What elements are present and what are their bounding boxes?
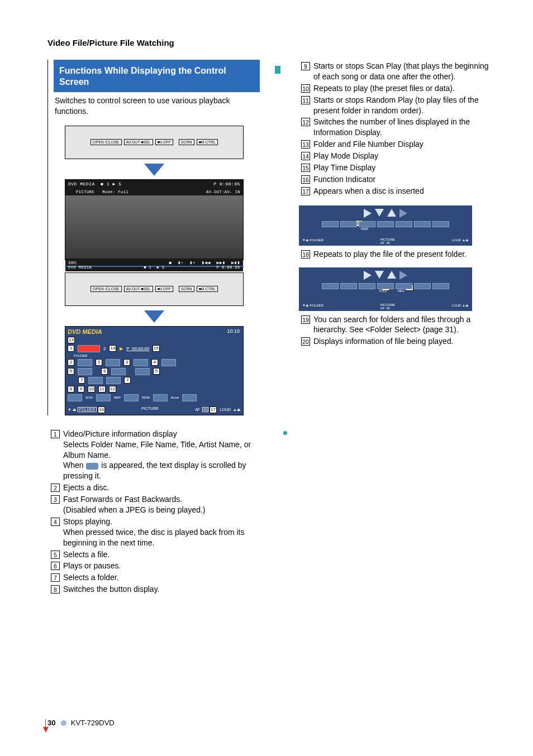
numbered-item: 11Starts or stops Random Play (to play f… [299,95,491,116]
numbered-item: 20Displays information of file being pla… [299,336,491,347]
panel-diagram-top: OPEN /CLOSE AV.OUT ■SEL ■V.OFF SCRN ■M.C… [65,126,244,159]
page-footer: 30 KVT-729DVD [47,719,115,727]
numbered-item: 13Folder and File Number Display [299,139,491,150]
numbered-item: 15Play Time Display [299,162,491,173]
control-screen-diagram: DVD MEDIA 10:10 13 1 2 14 ▶ P 00:00:05 1… [65,326,244,415]
item-number-box: 17 [301,187,310,195]
control-strip-diagram-1: 18 FREP ▼⏏ FOLDER PICTUREAF IN LOUD ▲⏏ [299,205,472,246]
btn-av-out-sel: AV.OUT ■SEL [124,139,153,145]
crop-mark-top [275,66,280,74]
arrow-down-icon [144,164,164,176]
section-title: Video File/Picture File Watching [47,38,491,47]
item-text: Video/Picture information displaySelects… [63,429,260,481]
footer-red-line [45,719,46,727]
item-number-box: 11 [301,96,310,104]
item-text: Selects a folder. [63,572,260,583]
control-strip-diagram-2: 19 20 FOLD INFO ▼⏏ FOLDER PICTUREAF IN L… [299,267,472,311]
item-text: Starts or stops Scan Play (that plays th… [313,61,491,82]
model-label: KVT-729DVD [71,719,115,727]
scroll-icon [86,463,98,470]
item-text: Ejects a disc. [63,482,260,493]
item-text: Appears when a disc is inserted [313,186,491,197]
item-text: Play Time Display [313,162,491,173]
item-number-box: 19 [301,315,310,324]
numbered-item: 17Appears when a disc is inserted [299,186,491,197]
numbered-item: 14Play Mode Display [299,151,491,161]
item-number-box: 13 [301,140,310,149]
item-number-box: 10 [301,84,310,93]
ui-source-title: DVD MEDIA [68,328,102,335]
item-text: Play Mode Display [313,151,491,161]
item-number-box: 9 [301,62,310,70]
item-text: Displays information of file being playe… [313,336,491,347]
numbered-item: 18Repeats to play the file of the presen… [299,249,491,260]
item-number-box: 8 [51,585,60,594]
numbered-item: 7Selects a folder. [49,572,260,583]
item-number-box: 20 [301,337,310,346]
item-number-box: 1 [51,430,60,438]
item-text: You can search for folders and files thr… [313,314,491,336]
item-text: Repeats to play (the preset files or dat… [313,83,491,94]
item-number-box: 2 [51,484,60,492]
item-text: Fast Forwards or Fast Backwards.(Disable… [63,494,260,515]
numbered-item: 12Switches the number of lines displayed… [299,117,491,138]
subsection-header: Functions While Displaying the Control S… [54,60,260,92]
item-number-box: 3 [51,495,60,504]
footer-red-arrow [43,727,49,733]
page-number: 30 [47,719,55,727]
footer-dot-icon [61,720,66,726]
item-text: Folder and File Number Display [313,139,491,150]
btn-v-off: ■V.OFF [155,139,173,145]
ui-clock: 10:10 [227,328,240,334]
item-number-box: 16 [301,175,310,184]
btn-m-ctrl: ■M.CTRL [197,139,218,145]
numbered-item: 5Selects a file. [49,549,260,560]
item-text: Starts or stops Random Play (to play fil… [313,95,491,116]
numbered-item: 3Fast Forwards or Fast Backwards.(Disabl… [49,494,260,515]
item-text: Repeats to play the file of the present … [313,249,491,260]
btn-open-close: OPEN /CLOSE [91,139,121,145]
numbered-item: 9Starts or stops Scan Play (that plays t… [299,61,491,82]
numbered-item: 10Repeats to play (the preset files or d… [299,83,491,94]
item-number-box: 14 [301,152,310,160]
item-number-box: 15 [301,164,310,172]
item-text: Selects a file. [63,549,260,560]
item-text: Plays or pauses. [63,561,260,571]
item-text: Switches the number of lines displayed i… [313,117,491,138]
numbered-item: 16Function Indicator [299,174,491,185]
item-number-box: 18 [301,250,310,259]
numbered-item: 6Plays or pauses. [49,561,260,571]
item-number-box: 6 [51,562,60,570]
item-number-box: 12 [301,118,310,126]
item-text: Switches the button display. [63,584,260,595]
numbered-item: 1Video/Picture information displaySelect… [49,429,260,481]
numbered-item: 8Switches the button display. [49,584,260,595]
item-text: Function Indicator [313,174,491,185]
numbered-item: 19You can search for folders and files t… [299,314,491,336]
crop-mark-bottom [283,431,287,435]
item-text: Stops playing.When pressed twice, the di… [63,516,260,548]
panel-diagram-mid: OPEN /CLOSE AV.OUT ■SEL ■V.OFF SCRN ■M.C… [65,272,244,306]
item-number-box: 5 [51,551,60,559]
arrow-down-icon [144,310,164,323]
item-number-box: 4 [51,518,60,526]
photo-src-label: DVD MEDIA [68,181,95,186]
photo-play-time: P 0:00:05 [213,181,240,186]
playback-screen-diagram: DVD MEDIA ■ 1 ▶ 5 P 0:00:05 PICTURE Mode… [65,179,244,260]
numbered-item: 2Ejects a disc. [49,482,260,493]
intro-text: Switches to control screen to use variou… [54,92,260,122]
item-number-box: 7 [51,573,60,582]
numbered-item: 4Stops playing.When pressed twice, the d… [49,516,260,548]
btn-scrn: SCRN [179,139,194,145]
